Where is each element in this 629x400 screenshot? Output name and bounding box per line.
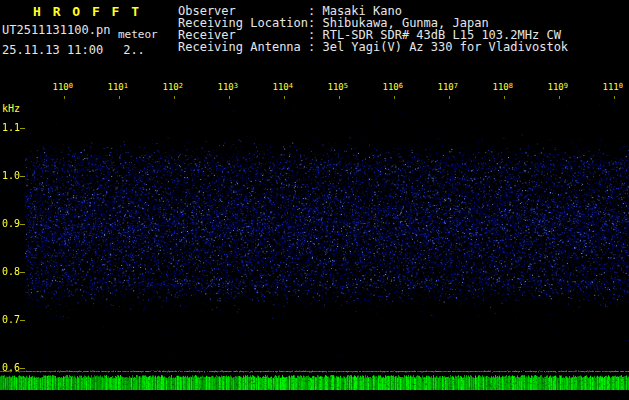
time-tick-1106: 1106 <box>383 82 403 93</box>
hrofft-screen: H R O F F T UT2511131100.pn meteor 25.11… <box>0 0 629 400</box>
freq-tick-0.7: 0.7 <box>2 314 20 325</box>
header-field-label: Receiving Antenna <box>178 41 308 53</box>
time-tick-1107: 1107 <box>438 82 458 93</box>
freq-tickmark <box>20 368 25 369</box>
time-tick-1109: 1109 <box>548 82 568 93</box>
mode-label: meteor <box>118 28 158 41</box>
time-tick-1100: 1100 <box>53 82 73 93</box>
header-field-value: : 3el Yagi(V) Az 330 for Vladivostok <box>308 40 568 54</box>
header-field-receiving-antenna: Receiving Antenna: 3el Yagi(V) Az 330 fo… <box>178 41 568 53</box>
y-axis-unit: kHz <box>2 103 20 114</box>
freq-tickmark <box>20 320 25 321</box>
freq-tickmark <box>20 224 25 225</box>
freq-tick-1.0: 1.0 <box>2 170 20 181</box>
freq-tick-0.8: 0.8 <box>2 266 20 277</box>
time-tick-1104: 1104 <box>273 82 293 93</box>
datetime-label: 25.11.13 11:002.. <box>2 43 145 57</box>
freq-tick-0.6: 0.6 <box>2 362 20 373</box>
time-tick-1101: 1101 <box>108 82 128 93</box>
filename-label: UT2511131100.pn <box>2 23 110 37</box>
app-title: H R O F F T <box>33 4 141 19</box>
freq-tick-1.1: 1.1 <box>2 122 20 133</box>
spectrogram-canvas <box>25 96 629 366</box>
time-tick-1105: 1105 <box>328 82 348 93</box>
signal-meter-canvas <box>0 366 629 400</box>
time-tick-1102: 1102 <box>163 82 183 93</box>
time-tick-1108: 1108 <box>493 82 513 93</box>
time-tick-1110: 1110 <box>603 82 623 93</box>
datetime-text: 25.11.13 11:00 <box>2 43 103 57</box>
freq-tickmark <box>20 128 25 129</box>
time-tick-1103: 1103 <box>218 82 238 93</box>
frame-counter: 2.. <box>123 43 145 57</box>
freq-tickmark <box>20 272 25 273</box>
freq-tickmark <box>20 176 25 177</box>
freq-tick-0.9: 0.9 <box>2 218 20 229</box>
